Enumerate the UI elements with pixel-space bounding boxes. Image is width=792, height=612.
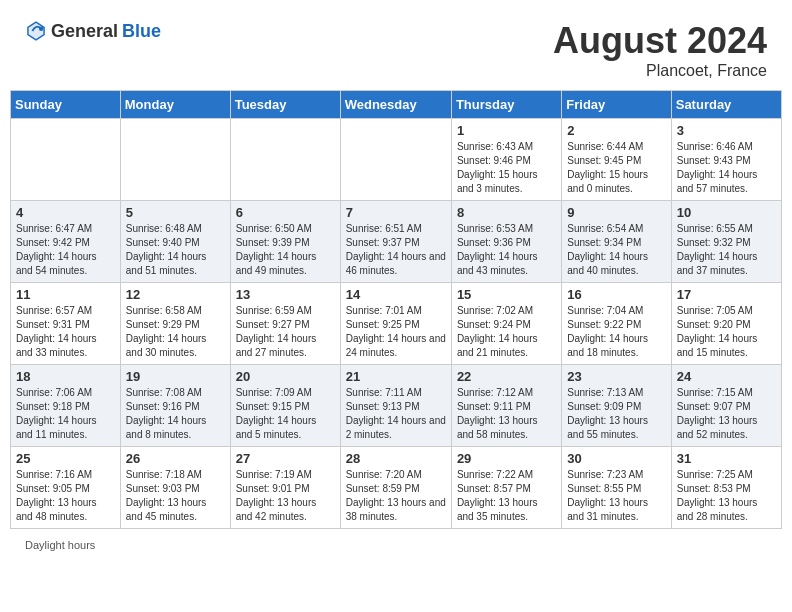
- day-number: 6: [236, 205, 335, 220]
- day-info: Sunrise: 7:09 AMSunset: 9:15 PMDaylight:…: [236, 386, 335, 442]
- calendar-cell: [340, 119, 451, 201]
- day-info: Sunrise: 6:46 AMSunset: 9:43 PMDaylight:…: [677, 140, 776, 196]
- day-number: 5: [126, 205, 225, 220]
- day-number: 18: [16, 369, 115, 384]
- calendar-cell: 6Sunrise: 6:50 AMSunset: 9:39 PMDaylight…: [230, 201, 340, 283]
- page-header: General Blue August 2024 Plancoet, Franc…: [10, 10, 782, 85]
- calendar-cell: 27Sunrise: 7:19 AMSunset: 9:01 PMDayligh…: [230, 447, 340, 529]
- day-number: 9: [567, 205, 665, 220]
- calendar-cell: 7Sunrise: 6:51 AMSunset: 9:37 PMDaylight…: [340, 201, 451, 283]
- calendar-cell: 1Sunrise: 6:43 AMSunset: 9:46 PMDaylight…: [451, 119, 561, 201]
- day-number: 2: [567, 123, 665, 138]
- day-info: Sunrise: 6:53 AMSunset: 9:36 PMDaylight:…: [457, 222, 556, 278]
- day-number: 21: [346, 369, 446, 384]
- day-number: 12: [126, 287, 225, 302]
- calendar-week-row: 11Sunrise: 6:57 AMSunset: 9:31 PMDayligh…: [11, 283, 782, 365]
- svg-point-2: [39, 27, 43, 31]
- day-info: Sunrise: 7:16 AMSunset: 9:05 PMDaylight:…: [16, 468, 115, 524]
- day-number: 10: [677, 205, 776, 220]
- day-info: Sunrise: 7:15 AMSunset: 9:07 PMDaylight:…: [677, 386, 776, 442]
- day-number: 23: [567, 369, 665, 384]
- day-number: 25: [16, 451, 115, 466]
- calendar-header-row: SundayMondayTuesdayWednesdayThursdayFrid…: [11, 91, 782, 119]
- calendar-cell: 18Sunrise: 7:06 AMSunset: 9:18 PMDayligh…: [11, 365, 121, 447]
- day-number: 13: [236, 287, 335, 302]
- day-info: Sunrise: 6:57 AMSunset: 9:31 PMDaylight:…: [16, 304, 115, 360]
- day-info: Sunrise: 7:18 AMSunset: 9:03 PMDaylight:…: [126, 468, 225, 524]
- day-number: 8: [457, 205, 556, 220]
- calendar-cell: 8Sunrise: 6:53 AMSunset: 9:36 PMDaylight…: [451, 201, 561, 283]
- calendar-cell: 16Sunrise: 7:04 AMSunset: 9:22 PMDayligh…: [562, 283, 671, 365]
- day-number: 27: [236, 451, 335, 466]
- calendar-week-row: 18Sunrise: 7:06 AMSunset: 9:18 PMDayligh…: [11, 365, 782, 447]
- day-info: Sunrise: 7:25 AMSunset: 8:53 PMDaylight:…: [677, 468, 776, 524]
- calendar-cell: 14Sunrise: 7:01 AMSunset: 9:25 PMDayligh…: [340, 283, 451, 365]
- calendar-cell: 29Sunrise: 7:22 AMSunset: 8:57 PMDayligh…: [451, 447, 561, 529]
- day-number: 11: [16, 287, 115, 302]
- calendar-cell: 5Sunrise: 6:48 AMSunset: 9:40 PMDaylight…: [120, 201, 230, 283]
- calendar-cell: 11Sunrise: 6:57 AMSunset: 9:31 PMDayligh…: [11, 283, 121, 365]
- logo: General Blue: [25, 20, 161, 42]
- day-info: Sunrise: 6:51 AMSunset: 9:37 PMDaylight:…: [346, 222, 446, 278]
- day-number: 3: [677, 123, 776, 138]
- calendar-cell: 24Sunrise: 7:15 AMSunset: 9:07 PMDayligh…: [671, 365, 781, 447]
- day-info: Sunrise: 6:43 AMSunset: 9:46 PMDaylight:…: [457, 140, 556, 196]
- day-info: Sunrise: 7:06 AMSunset: 9:18 PMDaylight:…: [16, 386, 115, 442]
- day-info: Sunrise: 7:13 AMSunset: 9:09 PMDaylight:…: [567, 386, 665, 442]
- calendar-week-row: 1Sunrise: 6:43 AMSunset: 9:46 PMDaylight…: [11, 119, 782, 201]
- calendar-cell: 26Sunrise: 7:18 AMSunset: 9:03 PMDayligh…: [120, 447, 230, 529]
- day-info: Sunrise: 7:11 AMSunset: 9:13 PMDaylight:…: [346, 386, 446, 442]
- day-number: 15: [457, 287, 556, 302]
- day-info: Sunrise: 6:47 AMSunset: 9:42 PMDaylight:…: [16, 222, 115, 278]
- day-number: 30: [567, 451, 665, 466]
- logo-general-text: General: [51, 21, 118, 42]
- logo-icon: [25, 20, 47, 42]
- day-info: Sunrise: 7:20 AMSunset: 8:59 PMDaylight:…: [346, 468, 446, 524]
- calendar-cell: 2Sunrise: 6:44 AMSunset: 9:45 PMDaylight…: [562, 119, 671, 201]
- calendar-cell: [120, 119, 230, 201]
- logo-blue-text: Blue: [122, 21, 161, 42]
- day-info: Sunrise: 7:22 AMSunset: 8:57 PMDaylight:…: [457, 468, 556, 524]
- day-header-tuesday: Tuesday: [230, 91, 340, 119]
- calendar-cell: 3Sunrise: 6:46 AMSunset: 9:43 PMDaylight…: [671, 119, 781, 201]
- day-info: Sunrise: 6:59 AMSunset: 9:27 PMDaylight:…: [236, 304, 335, 360]
- day-number: 19: [126, 369, 225, 384]
- day-info: Sunrise: 7:12 AMSunset: 9:11 PMDaylight:…: [457, 386, 556, 442]
- calendar-cell: 13Sunrise: 6:59 AMSunset: 9:27 PMDayligh…: [230, 283, 340, 365]
- calendar-cell: [230, 119, 340, 201]
- calendar-week-row: 25Sunrise: 7:16 AMSunset: 9:05 PMDayligh…: [11, 447, 782, 529]
- day-info: Sunrise: 6:54 AMSunset: 9:34 PMDaylight:…: [567, 222, 665, 278]
- day-info: Sunrise: 7:19 AMSunset: 9:01 PMDaylight:…: [236, 468, 335, 524]
- calendar-week-row: 4Sunrise: 6:47 AMSunset: 9:42 PMDaylight…: [11, 201, 782, 283]
- title-area: August 2024 Plancoet, France: [553, 20, 767, 80]
- day-info: Sunrise: 6:50 AMSunset: 9:39 PMDaylight:…: [236, 222, 335, 278]
- calendar-cell: 30Sunrise: 7:23 AMSunset: 8:55 PMDayligh…: [562, 447, 671, 529]
- day-number: 20: [236, 369, 335, 384]
- day-header-sunday: Sunday: [11, 91, 121, 119]
- calendar-cell: 12Sunrise: 6:58 AMSunset: 9:29 PMDayligh…: [120, 283, 230, 365]
- day-number: 24: [677, 369, 776, 384]
- footer-note: Daylight hours: [10, 534, 782, 556]
- calendar-cell: 19Sunrise: 7:08 AMSunset: 9:16 PMDayligh…: [120, 365, 230, 447]
- daylight-label: Daylight hours: [25, 539, 95, 551]
- calendar-cell: 21Sunrise: 7:11 AMSunset: 9:13 PMDayligh…: [340, 365, 451, 447]
- day-number: 31: [677, 451, 776, 466]
- day-info: Sunrise: 7:08 AMSunset: 9:16 PMDaylight:…: [126, 386, 225, 442]
- day-info: Sunrise: 7:05 AMSunset: 9:20 PMDaylight:…: [677, 304, 776, 360]
- day-number: 17: [677, 287, 776, 302]
- day-header-friday: Friday: [562, 91, 671, 119]
- day-number: 7: [346, 205, 446, 220]
- calendar-cell: 22Sunrise: 7:12 AMSunset: 9:11 PMDayligh…: [451, 365, 561, 447]
- day-info: Sunrise: 6:48 AMSunset: 9:40 PMDaylight:…: [126, 222, 225, 278]
- day-info: Sunrise: 6:44 AMSunset: 9:45 PMDaylight:…: [567, 140, 665, 196]
- day-number: 4: [16, 205, 115, 220]
- calendar-cell: 15Sunrise: 7:02 AMSunset: 9:24 PMDayligh…: [451, 283, 561, 365]
- calendar-cell: 17Sunrise: 7:05 AMSunset: 9:20 PMDayligh…: [671, 283, 781, 365]
- day-info: Sunrise: 7:23 AMSunset: 8:55 PMDaylight:…: [567, 468, 665, 524]
- day-number: 22: [457, 369, 556, 384]
- calendar-cell: 20Sunrise: 7:09 AMSunset: 9:15 PMDayligh…: [230, 365, 340, 447]
- calendar-cell: 28Sunrise: 7:20 AMSunset: 8:59 PMDayligh…: [340, 447, 451, 529]
- month-year-title: August 2024: [553, 20, 767, 62]
- day-number: 29: [457, 451, 556, 466]
- day-number: 14: [346, 287, 446, 302]
